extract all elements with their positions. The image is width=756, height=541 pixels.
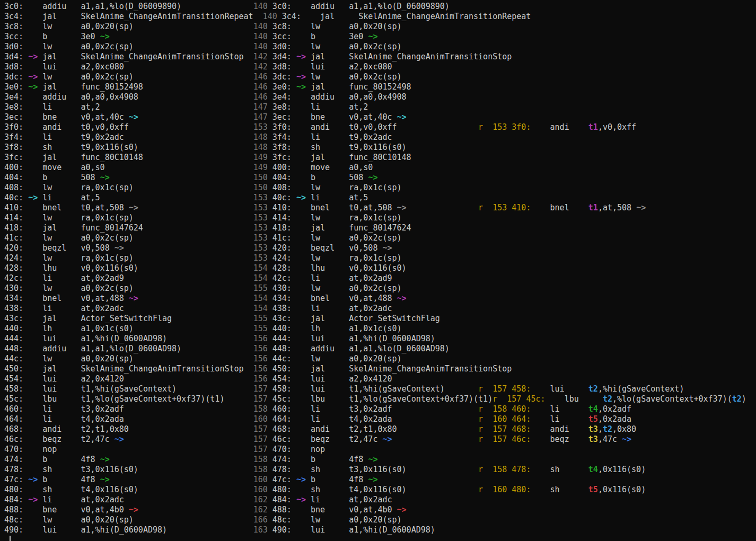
asm-row: 3d8: lui a2,0xc080 142 3d8: lui a2,0xc08… <box>4 62 756 72</box>
line-number: 153 <box>253 193 268 202</box>
operands: ,0x116(s0) <box>598 465 646 474</box>
spacer <box>23 394 42 404</box>
spacer <box>292 394 311 404</box>
mnemonic: beqz <box>42 434 61 444</box>
branch-arrow-icon: ~> <box>296 193 306 202</box>
spacer <box>320 324 349 333</box>
spacer <box>292 143 311 152</box>
spacer <box>23 273 42 283</box>
spacer <box>507 465 512 474</box>
operands: ra,0x1c(sp) <box>81 253 134 263</box>
mnemonic: nop <box>311 445 325 454</box>
spacer <box>306 82 311 92</box>
address: 410: <box>272 203 292 212</box>
asm-row: 41c: lw a0,0x2c(sp) 153 41c: lw a0,0x2c(… <box>4 233 756 243</box>
spacer <box>138 485 253 494</box>
operands: a0,s0 <box>349 163 373 172</box>
mnemonic: sh <box>311 465 320 474</box>
spacer <box>315 475 349 484</box>
branch-arrow-icon: ~> <box>397 505 407 515</box>
spacer <box>507 434 512 444</box>
spacer <box>57 394 81 404</box>
spacer <box>268 505 272 515</box>
mnemonic: bne <box>42 505 57 515</box>
operands: a1,a1,%lo(D_06009890) <box>349 2 450 11</box>
address: 42c: <box>272 273 292 283</box>
address: 400: <box>272 163 292 172</box>
spacer <box>23 304 42 313</box>
spacer <box>325 263 349 273</box>
address: 3fc: <box>272 153 292 162</box>
asm-row: 420: beqzl v0,508 ~> 153 420: beqzl v0,5… <box>4 243 756 253</box>
address: 480: <box>272 485 292 494</box>
operands: ,0x80 <box>612 424 636 434</box>
mnemonic: lw <box>311 354 320 363</box>
spacer <box>335 92 349 102</box>
spacer <box>483 465 493 474</box>
address: 42c: <box>4 273 23 283</box>
address: 428: <box>4 263 23 273</box>
operands: a0,0x20(sp) <box>81 354 134 363</box>
spacer <box>134 72 253 82</box>
terminal[interactable]: 3c0: addiu a1,a1,%lo(D_06009890) 140 3c0… <box>0 0 756 541</box>
mnemonic: li <box>311 414 320 424</box>
line-number: 150 <box>253 173 268 182</box>
prev-marker: r <box>478 434 483 444</box>
spacer <box>23 153 42 162</box>
address: 450: <box>4 364 23 374</box>
spacer <box>320 143 349 152</box>
register-operand: t2 <box>588 384 598 394</box>
register-operand: t2 <box>603 394 612 404</box>
spacer <box>167 334 253 343</box>
spacer <box>268 515 272 525</box>
spacer <box>23 102 42 112</box>
mnemonic: addiu <box>311 2 335 11</box>
operands: t9,0x116(s0) <box>81 143 138 152</box>
branch-arrow-icon: ~> <box>382 243 392 253</box>
spacer <box>292 72 296 82</box>
spacer <box>268 122 272 132</box>
asm-row: 3e4: addiu a0,a0,0x4908 146 3e4: addiu a… <box>4 92 756 102</box>
operands: a1,0x1c(s0) <box>349 324 401 333</box>
asm-row: 428: lhu v0,0x116(s0) 154 428: lhu v0,0x… <box>4 263 756 273</box>
spacer <box>292 515 311 525</box>
spacer <box>134 354 253 363</box>
mnemonic: andi <box>42 424 61 434</box>
asm-row: 464: li t4,0x2ada 160 464: li t4,0x2ada … <box>4 414 756 424</box>
spacer <box>52 42 81 51</box>
operands: a0,0x2c(sp) <box>349 42 401 51</box>
operands: ,47c <box>598 434 622 444</box>
operands: ra,0x1c(sp) <box>349 183 401 192</box>
spacer <box>268 223 272 233</box>
spacer <box>320 485 349 494</box>
asm-row: 408: lw ra,0x1c(sp) 150 408: lw ra,0x1c(… <box>4 183 756 193</box>
register-operand: t4 <box>588 465 598 474</box>
spacer <box>325 62 349 72</box>
operands: ,%hi(gSaveContext) <box>598 384 684 394</box>
spacer <box>292 2 311 11</box>
spacer <box>52 22 81 31</box>
address: 478: <box>4 465 23 474</box>
spacer <box>268 193 272 202</box>
spacer <box>177 384 253 394</box>
spacer <box>268 445 272 454</box>
mnemonic: li <box>42 273 52 283</box>
operands: v0,508 <box>81 243 115 253</box>
address: 420: <box>4 243 23 253</box>
branch-arrow-icon: ~> <box>296 52 306 61</box>
asm-row: 3c8: lw a0,0x20(sp) 140 3c8: lw a0,0x20(… <box>4 22 756 32</box>
spacer <box>569 434 588 444</box>
branch-arrow-icon: ~> <box>368 455 377 464</box>
spacer <box>23 465 42 474</box>
branch-arrow-icon: ~> <box>368 173 377 182</box>
spacer <box>292 424 311 434</box>
spacer <box>292 334 311 343</box>
spacer <box>292 32 311 41</box>
line-number: 157 <box>493 384 507 394</box>
spacer <box>57 445 81 454</box>
operands: t3,0x116(s0) <box>81 465 138 474</box>
line-number: 146 <box>253 72 268 82</box>
spacer <box>507 485 512 494</box>
spacer <box>292 253 311 263</box>
spacer <box>292 243 311 253</box>
